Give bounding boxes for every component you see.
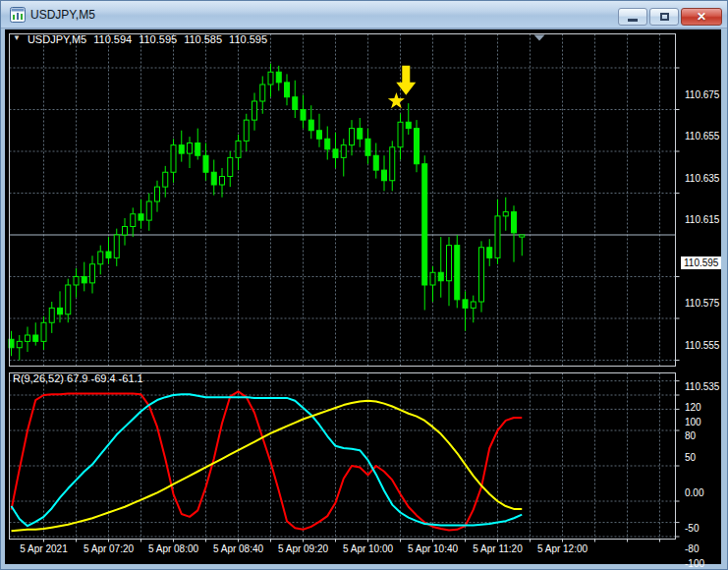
indicator-header: R(9,26,52) 67.9 -69.4 -61.1 (13, 372, 143, 384)
title-bar[interactable]: USDJPY,M5 ✕ (1, 1, 727, 28)
ohlc-low: 110.585 (184, 33, 222, 45)
chart-client-area[interactable]: 110.675110.655110.635110.615110.575110.5… (5, 28, 721, 564)
window-title: USDJPY,M5 (30, 8, 95, 22)
minimize-button[interactable] (618, 8, 647, 26)
minimize-icon (628, 19, 638, 22)
chart-ohlc-header: ▼ USDJPY,M5 110.594 110.595 110.585 110.… (13, 33, 267, 45)
signal-arrow-down-icon (396, 66, 416, 95)
ohlc-high: 110.595 (139, 33, 177, 45)
ohlc-open: 110.594 (93, 33, 132, 45)
chart-window-icon[interactable] (10, 7, 26, 23)
close-icon: ✕ (697, 11, 706, 23)
signal-star-icon (388, 92, 405, 108)
chart-symbol-period: USDJPY,M5 (28, 33, 86, 45)
restore-button[interactable] (649, 8, 679, 26)
ohlc-close: 110.595 (229, 33, 267, 45)
chart-window: USDJPY,M5 ✕ 110.675110.655110.635110.615… (0, 0, 728, 570)
chart-shift-marker-icon (534, 35, 545, 41)
chart-canvas[interactable] (5, 29, 721, 565)
restore-icon (660, 13, 669, 21)
close-button[interactable]: ✕ (681, 8, 722, 26)
chart-dropdown-icon[interactable]: ▼ (13, 33, 21, 45)
